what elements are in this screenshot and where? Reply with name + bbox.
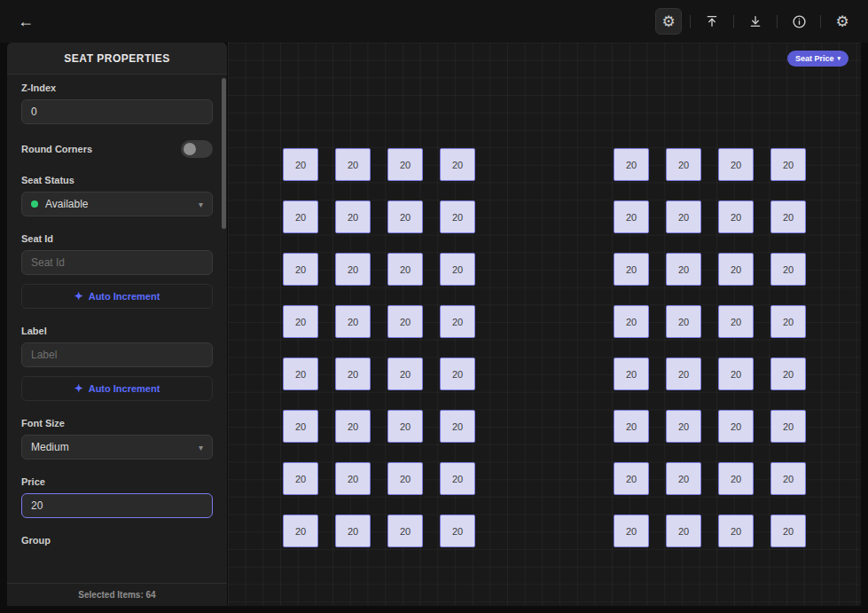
seat[interactable]: 20 — [387, 200, 423, 233]
seat[interactable]: 20 — [770, 358, 806, 390]
auto-increment-label-button[interactable]: ✦ Auto Increment — [21, 376, 213, 401]
seat[interactable]: 20 — [718, 305, 754, 338]
seat[interactable]: 20 — [440, 253, 475, 286]
round-corners-label: Round Corners — [21, 143, 92, 155]
seat[interactable]: 20 — [283, 358, 318, 390]
back-button[interactable]: ← — [12, 8, 39, 35]
caret-down-icon: ▾ — [837, 55, 841, 62]
seat[interactable]: 20 — [283, 515, 318, 547]
seat[interactable]: 20 — [770, 305, 806, 338]
seat[interactable]: 20 — [440, 358, 475, 390]
z-index-label: Z-Index — [21, 82, 213, 94]
seat[interactable]: 20 — [387, 305, 423, 338]
seat[interactable]: 20 — [614, 253, 649, 286]
group-label: Group — [21, 534, 213, 546]
seat[interactable]: 20 — [283, 200, 318, 233]
seat[interactable]: 20 — [335, 200, 371, 233]
seat[interactable]: 20 — [770, 462, 806, 495]
toggle-knob — [184, 143, 196, 155]
seat[interactable]: 20 — [718, 462, 754, 495]
seat[interactable]: 20 — [614, 305, 649, 338]
seat[interactable]: 20 — [335, 410, 371, 443]
round-corners-toggle[interactable] — [181, 140, 213, 158]
seat[interactable]: 20 — [666, 515, 701, 547]
seat[interactable]: 20 — [440, 200, 475, 233]
download-button[interactable] — [742, 8, 769, 35]
seat[interactable]: 20 — [718, 253, 754, 286]
seat[interactable]: 20 — [614, 515, 649, 547]
seat[interactable]: 20 — [335, 305, 371, 338]
price-label: Price — [21, 475, 213, 488]
label-input[interactable] — [21, 342, 213, 367]
seat[interactable]: 20 — [614, 462, 649, 495]
seat[interactable]: 20 — [666, 253, 701, 286]
seat-properties-panel: SEAT PROPERTIES Z-Index Round Corners Se… — [7, 43, 227, 606]
seat[interactable]: 20 — [440, 305, 475, 338]
auto-increment-seat-id-button[interactable]: ✦ Auto Increment — [21, 284, 213, 309]
seat[interactable]: 20 — [666, 305, 701, 338]
seat[interactable]: 20 — [387, 462, 423, 495]
seat[interactable]: 20 — [283, 305, 318, 338]
font-size-value: Medium — [31, 441, 69, 453]
seat-map-canvas[interactable]: Seat Price ▾ 202020202020202020202020202… — [228, 43, 861, 606]
download-icon — [748, 14, 762, 28]
canvas-settings-button[interactable]: ⚙ — [655, 8, 682, 35]
seat-price-button[interactable]: Seat Price ▾ — [787, 51, 848, 67]
font-size-label: Font Size — [21, 417, 213, 429]
price-input[interactable] — [21, 493, 213, 518]
seat[interactable]: 20 — [614, 148, 649, 181]
seat[interactable]: 20 — [718, 200, 754, 233]
upload-button[interactable] — [699, 8, 725, 35]
seat[interactable]: 20 — [614, 200, 649, 233]
seat[interactable]: 20 — [387, 148, 423, 181]
divider — [690, 15, 691, 28]
seat[interactable]: 20 — [440, 515, 475, 547]
font-size-select[interactable]: Medium ▾ — [21, 435, 213, 460]
seat[interactable]: 20 — [614, 358, 649, 390]
seat[interactable]: 20 — [440, 462, 475, 495]
seat[interactable]: 20 — [283, 148, 318, 181]
info-button[interactable] — [786, 8, 812, 35]
seat-id-input[interactable] — [21, 250, 213, 275]
seat[interactable]: 20 — [387, 410, 423, 443]
seat[interactable]: 20 — [666, 148, 701, 181]
chevron-down-icon: ▾ — [199, 200, 203, 209]
seat[interactable]: 20 — [770, 200, 806, 233]
settings-button[interactable]: ⚙ — [829, 8, 856, 35]
sparkle-icon: ✦ — [74, 290, 83, 303]
seat[interactable]: 20 — [770, 253, 806, 286]
seat[interactable]: 20 — [335, 253, 371, 286]
seat-status-select[interactable]: Available ▾ — [21, 192, 213, 216]
z-index-input[interactable] — [21, 99, 213, 124]
seat[interactable]: 20 — [770, 410, 806, 443]
seat[interactable]: 20 — [718, 515, 754, 547]
seat[interactable]: 20 — [666, 200, 701, 233]
seat[interactable]: 20 — [335, 148, 371, 181]
seat[interactable]: 20 — [718, 148, 754, 181]
seat[interactable]: 20 — [387, 358, 423, 390]
seat[interactable]: 20 — [283, 410, 318, 443]
seat[interactable]: 20 — [666, 410, 701, 443]
scrollbar[interactable] — [222, 78, 226, 229]
seat[interactable]: 20 — [335, 515, 371, 547]
settings-gear-icon: ⚙ — [835, 12, 848, 31]
seat[interactable]: 20 — [387, 515, 423, 547]
seat[interactable]: 20 — [718, 410, 754, 443]
seat[interactable]: 20 — [440, 148, 475, 181]
topbar: ← ⚙ ⚙ — [0, 0, 868, 43]
seat[interactable]: 20 — [335, 358, 371, 390]
seat[interactable]: 20 — [718, 358, 754, 390]
seat[interactable]: 20 — [387, 253, 423, 286]
seat[interactable]: 20 — [335, 462, 371, 495]
divider — [820, 15, 821, 28]
seat[interactable]: 20 — [770, 515, 806, 547]
seat[interactable]: 20 — [614, 410, 649, 443]
seat[interactable]: 20 — [770, 148, 806, 181]
seat-status-label: Seat Status — [21, 174, 213, 186]
seat[interactable]: 20 — [283, 253, 318, 286]
seat[interactable]: 20 — [283, 462, 318, 495]
seat[interactable]: 20 — [440, 410, 475, 443]
info-icon — [792, 14, 807, 29]
seat[interactable]: 20 — [666, 358, 701, 390]
seat[interactable]: 20 — [666, 462, 701, 495]
